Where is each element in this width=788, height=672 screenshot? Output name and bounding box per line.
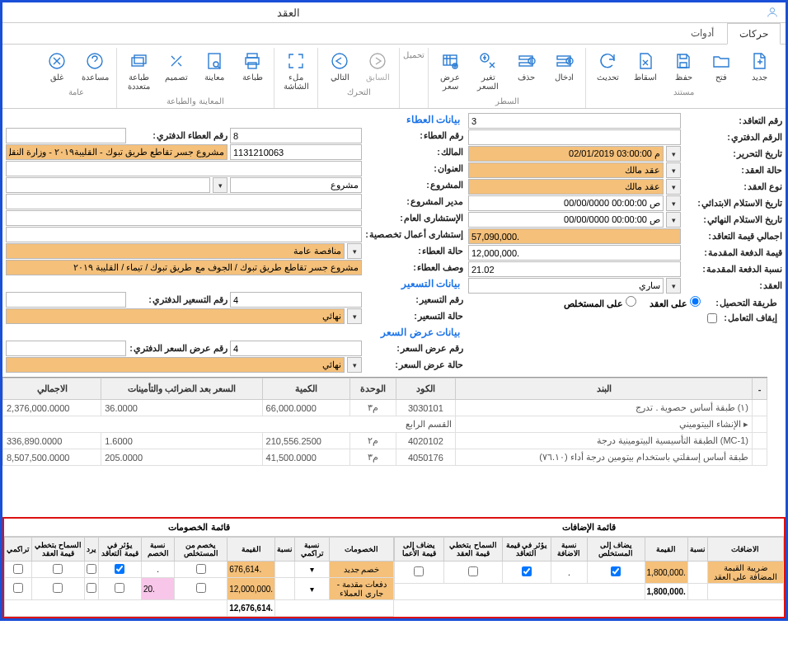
price-status-input[interactable] [6,308,345,324]
svg-point-0 [770,8,774,12]
offer-status-input[interactable] [6,357,345,373]
bid-desc-input[interactable] [6,260,362,275]
titlebar: العقد [2,2,786,23]
contract-state-input[interactable] [468,278,664,294]
new-button[interactable]: جديد [741,48,777,85]
stop-checkbox[interactable] [707,313,717,323]
date-dd[interactable]: ▾ [666,146,681,162]
delete-row-button[interactable]: حذف [508,48,544,94]
preview-button[interactable]: معاينة [196,48,232,94]
save-button[interactable]: حفظ [665,48,701,85]
show-price-button[interactable]: عرض سعر [432,48,468,94]
spec-cons-input[interactable] [6,227,362,242]
project-input[interactable] [230,177,362,193]
additions-title: قائمة الإضافات [394,519,784,537]
table-row: طبقة أساس إسفلتي باستخدام بيتومين درجة أ… [3,449,767,466]
additions-grid[interactable]: الاضافاتنسبةالقيمةيضاف إلى المستخلصنسبة … [394,537,784,600]
ledger-no-input[interactable] [468,129,681,145]
pm-input[interactable] [6,194,362,209]
svg-rect-18 [134,55,146,63]
type-input[interactable] [468,179,664,195]
table-row: (MC-1) الطبقة التأسيسية البيتومينية درجة… [3,433,767,449]
address-input[interactable] [6,161,362,176]
status-input[interactable] [468,162,664,178]
radio-on-extract[interactable]: على المستخلص [564,296,636,309]
next-button[interactable]: التالي [321,48,358,85]
svg-point-11 [332,54,347,68]
insert-row-button[interactable]: ادخال [546,48,582,94]
fullscreen-button[interactable]: ملء الشاشة [278,48,314,94]
change-price-button[interactable]: تغير السعر [470,48,506,94]
gen-cons-input[interactable] [6,210,362,226]
contract-no-input[interactable] [468,113,681,129]
main-tabs: حركات أدوات [2,23,786,45]
tab-transactions[interactable]: حركات [727,23,781,45]
total-val-input[interactable] [468,228,681,244]
svg-rect-17 [132,58,143,66]
deductions-title: قائمة الخصومات [4,519,394,537]
table-row: ▸ الإنشاء البيتومينيالقسم الرابع [3,416,767,433]
init-recv-input[interactable] [468,195,664,211]
edit-date-input[interactable] [468,146,664,162]
multi-print-button[interactable]: طباعة متعددة [120,48,157,94]
items-grid[interactable]: - البند الكود الوحدة الكمية السعر بعد ال… [2,377,767,517]
owner-desc-input[interactable] [6,144,227,160]
offer-no-input[interactable] [230,341,362,356]
price-no-input[interactable] [230,292,362,308]
adv-pct-input[interactable] [468,261,681,277]
user-icon [766,6,779,19]
bid-no-input[interactable] [230,128,362,143]
open-button[interactable]: فتح [703,48,739,85]
radio-on-contract[interactable]: على العقد [650,296,701,309]
close-button[interactable]: غلق [39,48,75,85]
tab-tools[interactable]: أدوات [679,23,725,44]
bid-ledger-input[interactable] [6,128,126,143]
svg-point-10 [370,54,385,68]
ribbon: جديد فتح حفظ اسقاط تحديث مستند ادخال حذف… [2,45,786,109]
print-button[interactable]: طباعة [234,48,270,94]
window-title: العقد [277,7,300,19]
drop-button[interactable]: اسقاط [627,48,664,85]
prev-button: السابق [359,48,396,85]
owner-code-input[interactable] [230,144,362,160]
final-recv-input[interactable] [468,212,664,228]
svg-rect-14 [248,63,256,68]
bid-status-input[interactable] [6,243,345,259]
svg-rect-12 [247,54,257,58]
table-row: (١) طبقة أساس حصوية . تدرج3030101م٣66,00… [3,400,767,416]
refresh-button[interactable]: تحديث [589,48,626,85]
adv-val-input[interactable] [468,245,681,261]
deductions-grid[interactable]: الخصوماتنسبة تراكمينسبةالقيمةيخصم من الم… [4,537,394,617]
help-button[interactable]: مساعدة [77,48,113,85]
design-button[interactable]: تصميم [158,48,195,94]
